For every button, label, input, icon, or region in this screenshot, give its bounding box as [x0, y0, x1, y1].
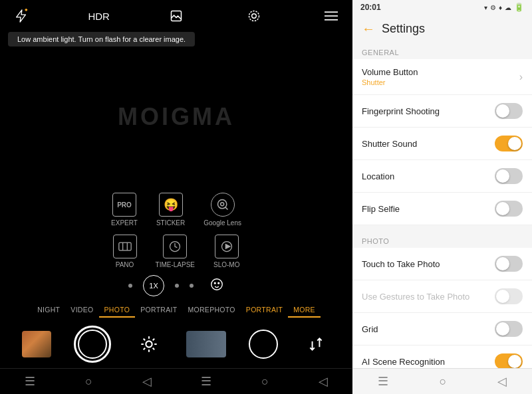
- thumbnail-right[interactable]: [186, 331, 226, 357]
- mode-sticker[interactable]: 😝 STICKER: [156, 193, 185, 227]
- svg-point-3: [251, 14, 256, 19]
- settings-body[interactable]: GENERAL Volume Button Shutter › Fingerpr…: [352, 42, 532, 368]
- shutter-sound-toggle[interactable]: [495, 136, 523, 151]
- location-toggle[interactable]: [495, 168, 523, 184]
- volume-sub: Shutter: [362, 78, 418, 86]
- location-label: Location: [362, 171, 394, 181]
- flash-icon[interactable]: [11, 5, 32, 27]
- wifi-icon: ▾: [484, 4, 487, 11]
- settings-header: ← Settings: [352, 15, 532, 42]
- zoom-badge[interactable]: 1X: [143, 275, 164, 296]
- mode-slomo[interactable]: SLO-MO: [213, 235, 239, 268]
- flip-selfie-toggle[interactable]: [495, 201, 523, 217]
- camera-top-bar: HDR: [0, 0, 352, 32]
- svg-point-16: [211, 278, 223, 290]
- mode-google-lens[interactable]: Google Lens: [203, 193, 241, 227]
- settings-nav-back[interactable]: ◁: [497, 374, 507, 389]
- face-icon[interactable]: [209, 277, 224, 295]
- gestures-toggle: [495, 288, 523, 304]
- camera-controls-row: [0, 322, 352, 368]
- grid-label: Grid: [362, 324, 378, 334]
- general-section-label: GENERAL: [352, 42, 532, 59]
- pano-label: PANO: [116, 261, 134, 268]
- settings-item-fingerprint: Fingerprint Shooting: [352, 95, 532, 128]
- fingerprint-toggle-knob: [496, 104, 509, 118]
- camera-modes-row-2: PANO TIME-LAPSE SLO-MO: [0, 229, 352, 271]
- touch-photo-toggle-knob: [496, 257, 509, 270]
- timelapse-icon: [163, 235, 187, 258]
- location-status-icon: ♦: [499, 4, 502, 11]
- tab-more[interactable]: MORE: [288, 303, 321, 318]
- shutter-button[interactable]: [74, 326, 111, 363]
- svg-rect-10: [118, 243, 130, 250]
- flip-selfie-toggle-knob: [496, 202, 509, 215]
- volume-chevron[interactable]: ›: [519, 71, 523, 83]
- settings-item-gestures: Use Gestures to Take Photo: [352, 280, 532, 313]
- settings-nav-home[interactable]: ○: [440, 375, 447, 389]
- touch-photo-toggle[interactable]: [495, 256, 523, 272]
- tabs-row: NIGHT VIDEO PHOTO PORTRAIT MOREPHOTO POR…: [0, 300, 352, 322]
- thumbnail-left[interactable]: [22, 331, 51, 357]
- svg-rect-2: [172, 11, 182, 21]
- nav-menu-icon-right[interactable]: ☰: [201, 374, 211, 389]
- google-lens-icon: [211, 193, 235, 217]
- touch-photo-label: Touch to Take Photo: [362, 259, 440, 269]
- settings-bottom-nav: ☰ ○ ◁: [352, 368, 532, 394]
- fingerprint-label: Fingerprint Shooting: [362, 106, 440, 116]
- back-button[interactable]: ←: [362, 21, 375, 37]
- tab-video[interactable]: VIDEO: [65, 303, 98, 318]
- settings-item-grid: Grid: [352, 313, 532, 345]
- flip-selfie-label: Flip Selfie: [362, 204, 400, 214]
- flip-camera-button-2[interactable]: [301, 331, 331, 357]
- tab-portrait2[interactable]: PORTRAIT: [241, 303, 288, 318]
- shutter-sound-toggle-knob: [508, 137, 521, 150]
- shutter-sound-label: Shutter Sound: [362, 139, 417, 149]
- slomo-label: SLO-MO: [213, 261, 239, 268]
- camera-bottom-nav: ☰ ○ ◁ ☰ ○ ◁: [0, 368, 352, 394]
- zoom-dot-2: [175, 284, 179, 288]
- google-lens-label: Google Lens: [203, 219, 241, 227]
- gestures-label: Use Gestures to Take Photo: [362, 292, 469, 302]
- mode-timelapse[interactable]: TIME-LAPSE: [156, 235, 195, 268]
- hdr-label[interactable]: HDR: [88, 11, 110, 22]
- menu-icon[interactable]: [321, 5, 342, 27]
- fingerprint-toggle[interactable]: [495, 103, 523, 119]
- tab-night[interactable]: NIGHT: [32, 303, 65, 318]
- mode-pano[interactable]: PANO: [113, 235, 137, 268]
- grid-toggle[interactable]: [495, 321, 523, 337]
- volume-label: Volume Button: [362, 67, 418, 77]
- battery-icon: 🔋: [514, 3, 524, 12]
- mode-expert[interactable]: PRO EXPERT: [111, 193, 138, 227]
- expert-icon: PRO: [112, 193, 136, 217]
- beauty-icon[interactable]: [243, 5, 265, 27]
- settings-nav-menu[interactable]: ☰: [378, 374, 388, 389]
- section-divider: [352, 225, 532, 231]
- shutter-btn-2[interactable]: [249, 331, 278, 357]
- volume-item-text: Volume Button Shutter: [362, 67, 418, 86]
- settings-item-shutter-sound: Shutter Sound: [352, 128, 532, 160]
- location-toggle-knob: [496, 169, 509, 183]
- sticker-label: STICKER: [156, 219, 185, 227]
- tab-portrait[interactable]: PORTRAIT: [135, 303, 182, 318]
- nav-back-icon-left[interactable]: ◁: [142, 374, 152, 389]
- zoom-dot-1: [128, 284, 132, 288]
- settings-item-location: Location: [352, 160, 532, 193]
- nav-back-icon-right[interactable]: ◁: [319, 374, 328, 389]
- nav-home-icon-left[interactable]: ○: [85, 375, 92, 389]
- nav-menu-icon-left[interactable]: ☰: [25, 374, 35, 389]
- settings-panel: 20:01 ▾ ⚙ ♦ ☁ 🔋 ← Settings GENERAL Volum…: [352, 0, 532, 394]
- nav-home-icon-right[interactable]: ○: [261, 375, 269, 389]
- status-time: 20:01: [360, 3, 381, 12]
- ai-scene-label: AI Scene Recognition: [362, 357, 445, 367]
- tab-morephoto[interactable]: MOREPHOTO: [182, 303, 240, 318]
- signal-icon: ⚙: [490, 4, 496, 11]
- svg-point-17: [214, 282, 215, 284]
- camera-panel: HDR Low ambient light. Turn on flash for…: [0, 0, 352, 394]
- flip-camera-button[interactable]: [134, 331, 164, 357]
- photo-section-label: PHOTO: [352, 231, 532, 248]
- ai-scene-toggle[interactable]: [495, 353, 523, 368]
- tab-photo[interactable]: PHOTO: [99, 303, 136, 318]
- gestures-toggle-knob: [496, 290, 509, 303]
- gallery-icon[interactable]: [166, 5, 187, 27]
- svg-marker-15: [225, 245, 230, 249]
